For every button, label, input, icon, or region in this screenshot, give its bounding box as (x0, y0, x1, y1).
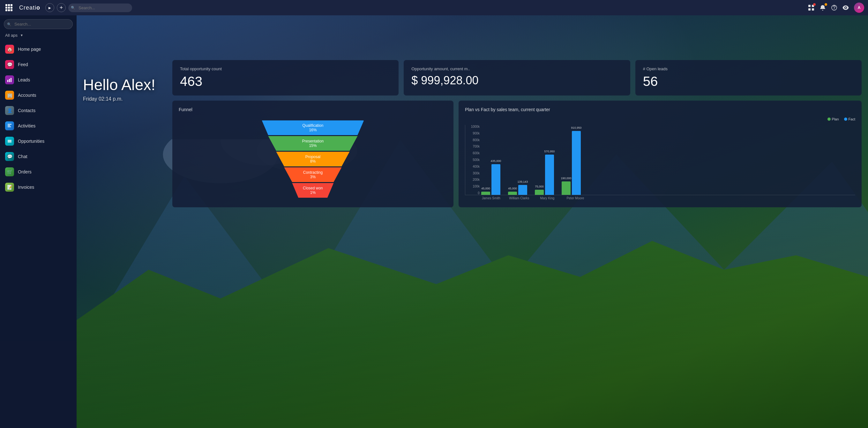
metric-value: 463 (180, 74, 391, 89)
metrics-row: Total opportunity count 463 Opportunity … (172, 60, 434, 95)
hello-datetime: Friday 02:14 p.m. (83, 96, 155, 102)
svg-rect-6 (9, 79, 10, 82)
sidebar-item-orders[interactable]: 🛒 Orders (0, 164, 76, 179)
sidebar-item-label: Opportunities (18, 139, 44, 144)
sidebar-item-invoices[interactable]: 📝 Invoices (0, 179, 76, 195)
metric-label: Opportunity amount, current m.. (411, 66, 434, 71)
funnel-layer-3: Contracting3% (262, 167, 364, 182)
metric-label: Total opportunity count (180, 66, 391, 71)
funnel-layer-2: Proposal8% (262, 152, 364, 166)
chevron-down-icon: ▼ (20, 33, 23, 37)
activities-icon (5, 121, 14, 130)
feed-icon: 💬 (5, 60, 14, 69)
sidebar-item-label: Activities (18, 123, 35, 129)
sidebar-item-leads[interactable]: Leads (0, 72, 76, 87)
sidebar-item-feed[interactable]: 💬 Feed (0, 57, 76, 72)
sidebar-item-label: Contacts (18, 108, 35, 113)
charts-row: Funnel Qualification16%Presentation15%Pr… (172, 101, 434, 207)
grid-dots-icon (5, 4, 12, 11)
top-search-wrap (68, 3, 132, 12)
sidebar-filter-label: All aps (5, 33, 18, 38)
sidebar-item-label: Accounts (18, 93, 36, 98)
metric-card-opportunity-count: Total opportunity count 463 (172, 60, 399, 95)
sidebar-item-label: Chat (18, 154, 27, 159)
orders-icon: 🛒 (5, 167, 14, 176)
funnel-chart-card: Funnel Qualification16%Presentation15%Pr… (172, 101, 434, 207)
top-search-input[interactable] (68, 3, 132, 12)
sidebar-filter[interactable]: All aps ▼ (0, 33, 76, 41)
sidebar-item-accounts[interactable]: 🏢 Accounts (0, 87, 76, 103)
contacts-icon: 👤 (5, 106, 14, 115)
funnel-chart-title: Funnel (179, 107, 434, 112)
funnel-container: Qualification16%Presentation15%Proposal8… (179, 117, 434, 201)
chat-icon: 💬 (5, 152, 14, 161)
sidebar: All aps ▼ 🏠 Home page 💬 Feed Leads 🏢 Acc… (0, 15, 76, 214)
svg-rect-5 (7, 80, 8, 82)
top-navigation: Creatio ▶ + (0, 0, 434, 15)
sidebar-item-chat[interactable]: 💬 Chat (0, 149, 76, 164)
sidebar-item-opportunities[interactable]: Opportunities (0, 134, 76, 149)
main-content: Hello Alex! Friday 02:14 p.m. Total oppo… (76, 15, 434, 214)
funnel-layer-0: Qualification16% (262, 120, 364, 135)
sidebar-item-home[interactable]: 🏠 Home page (0, 41, 76, 57)
nav-left: Creatio ▶ + (4, 3, 434, 13)
sidebar-item-label: Home page (18, 47, 41, 52)
hello-greeting: Hello Alex! (83, 76, 155, 93)
opportunities-icon (5, 137, 14, 146)
leads-icon (5, 75, 14, 84)
invoices-icon: 📝 (5, 183, 14, 192)
funnel-layer-4: Closed won1% (262, 183, 364, 198)
play-button[interactable]: ▶ (45, 3, 54, 12)
sidebar-item-contacts[interactable]: 👤 Contacts (0, 103, 76, 118)
metric-value: $ 999,928.00 (411, 74, 434, 87)
svg-rect-7 (10, 78, 11, 82)
sidebar-item-label: Feed (18, 62, 28, 67)
sidebar-item-label: Orders (18, 169, 32, 174)
sidebar-search-wrap (4, 19, 73, 29)
grid-menu-button[interactable] (4, 3, 14, 13)
home-icon: 🏠 (5, 45, 14, 54)
hello-section: Hello Alex! Friday 02:14 p.m. (83, 76, 155, 102)
sidebar-item-label: Leads (18, 77, 30, 82)
funnel-layer-1: Presentation15% (262, 136, 364, 151)
add-button[interactable]: + (57, 3, 66, 12)
sidebar-item-activities[interactable]: Activities (0, 118, 76, 134)
metric-card-opportunity-amount: Opportunity amount, current m.. $ 999,92… (404, 60, 434, 95)
sidebar-search-input[interactable] (4, 19, 73, 29)
sidebar-item-label: Invoices (18, 184, 34, 190)
app-logo: Creatio (19, 4, 40, 11)
dashboard: Total opportunity count 463 Opportunity … (172, 60, 434, 214)
accounts-icon: 🏢 (5, 91, 14, 99)
